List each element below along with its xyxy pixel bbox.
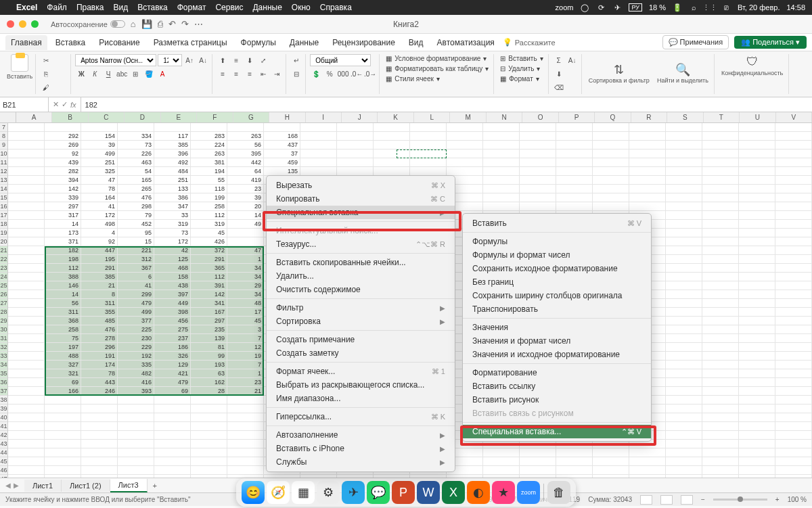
- cell-A31[interactable]: [8, 334, 45, 343]
- cell-N46[interactable]: [483, 466, 520, 475]
- cell-C32[interactable]: 296: [81, 343, 118, 352]
- cell-O45[interactable]: [520, 457, 556, 466]
- battery-icon[interactable]: 🔋: [673, 3, 682, 12]
- cell-E19[interactable]: 73: [154, 229, 191, 237]
- cell-P14[interactable]: [556, 185, 593, 193]
- cell-A16[interactable]: [8, 202, 45, 211]
- cell-F23[interactable]: 365: [191, 264, 227, 273]
- italic-button[interactable]: К: [89, 68, 101, 80]
- merge-cells-icon[interactable]: ⊟: [290, 68, 302, 80]
- bold-button[interactable]: Ж: [75, 68, 87, 80]
- cell-D42[interactable]: [118, 431, 154, 440]
- cell-H47[interactable]: [264, 475, 300, 478]
- cell-F38[interactable]: [191, 396, 227, 405]
- cell-U31[interactable]: [739, 334, 775, 343]
- cell-C28[interactable]: 355: [81, 308, 118, 317]
- cell-U8[interactable]: [739, 132, 775, 141]
- cell-F16[interactable]: 258: [191, 202, 227, 211]
- col-header-S[interactable]: S: [667, 112, 703, 122]
- cell-N9[interactable]: [483, 141, 520, 149]
- cell-O12[interactable]: [520, 167, 556, 176]
- cell-U34[interactable]: [739, 361, 775, 369]
- cell-T9[interactable]: [702, 141, 739, 149]
- cell-Q10[interactable]: [593, 149, 629, 158]
- row-header-13[interactable]: 13: [0, 176, 7, 185]
- cell-M8[interactable]: [447, 132, 483, 141]
- tell-me-search[interactable]: 💡 Расскажите: [503, 38, 556, 47]
- row-header-44[interactable]: 44: [0, 448, 7, 457]
- cell-F31[interactable]: 139: [191, 334, 227, 343]
- row-header-35[interactable]: 35: [0, 369, 7, 378]
- cell-U17[interactable]: [739, 211, 775, 220]
- row-header-29[interactable]: 29: [0, 317, 7, 325]
- cell-A32[interactable]: [8, 343, 45, 352]
- cell-T15[interactable]: [702, 193, 739, 202]
- cell-A25[interactable]: [8, 281, 45, 290]
- cell-G25[interactable]: 29: [227, 281, 264, 290]
- cell-S26[interactable]: [666, 290, 702, 299]
- cell-C47[interactable]: [81, 475, 118, 478]
- cell-F8[interactable]: 283: [191, 132, 227, 141]
- cell-V33[interactable]: [775, 352, 812, 361]
- cell-B12[interactable]: 282: [45, 167, 81, 176]
- cell-T23[interactable]: [702, 264, 739, 273]
- cell-F41[interactable]: [191, 422, 227, 431]
- menu-item[interactable]: Транспонировать: [463, 302, 651, 316]
- cell-R47[interactable]: [629, 475, 666, 478]
- cell-S35[interactable]: [666, 369, 702, 378]
- cell-V26[interactable]: [775, 290, 812, 299]
- cell-D28[interactable]: 499: [118, 308, 154, 317]
- cell-U30[interactable]: [739, 325, 775, 334]
- zoom-app-icon[interactable]: zoom: [556, 3, 574, 11]
- cell-D47[interactable]: [118, 475, 154, 478]
- cell-R7[interactable]: [629, 123, 666, 132]
- cell-S40[interactable]: [666, 413, 702, 422]
- menu-item[interactable]: Автозаполнение▶: [267, 428, 455, 442]
- cell-D29[interactable]: 377: [118, 317, 154, 325]
- cell-E26[interactable]: 397: [154, 290, 191, 299]
- cell-V10[interactable]: [775, 149, 812, 158]
- menu-window[interactable]: Окно: [292, 3, 311, 12]
- cell-V14[interactable]: [775, 185, 812, 193]
- cell-O46[interactable]: [520, 466, 556, 475]
- cell-C29[interactable]: 485: [81, 317, 118, 325]
- cell-V24[interactable]: [775, 273, 812, 281]
- cell-C27[interactable]: 311: [81, 299, 118, 308]
- percent-icon[interactable]: %: [323, 68, 336, 80]
- cell-U45[interactable]: [739, 457, 775, 466]
- cell-C40[interactable]: [81, 413, 118, 422]
- cell-T41[interactable]: [702, 422, 739, 431]
- zoom-slider[interactable]: [713, 499, 767, 501]
- cell-D23[interactable]: 367: [118, 264, 154, 273]
- cell-S27[interactable]: [666, 299, 702, 308]
- cell-Q13[interactable]: [593, 176, 629, 185]
- cell-T24[interactable]: [702, 273, 739, 281]
- font-size-select[interactable]: 12: [158, 54, 182, 66]
- cancel-formula-icon[interactable]: ✕: [53, 100, 59, 109]
- cell-F22[interactable]: 291: [191, 255, 227, 264]
- cell-N16[interactable]: [483, 202, 520, 211]
- cell-A30[interactable]: [8, 325, 45, 334]
- cell-G27[interactable]: 48: [227, 299, 264, 308]
- cell-Q14[interactable]: [593, 185, 629, 193]
- cell-U43[interactable]: [739, 440, 775, 448]
- cell-U16[interactable]: [739, 202, 775, 211]
- cell-C8[interactable]: 154: [81, 132, 118, 141]
- cell-G39[interactable]: [227, 405, 264, 413]
- cell-E22[interactable]: 125: [154, 255, 191, 264]
- col-header-T[interactable]: T: [704, 112, 740, 122]
- cell-G29[interactable]: 45: [227, 317, 264, 325]
- align-center-icon[interactable]: ≡: [230, 68, 242, 80]
- cell-N47[interactable]: [483, 475, 520, 478]
- cell-U26[interactable]: [739, 290, 775, 299]
- cell-G21[interactable]: 47: [227, 246, 264, 255]
- row-header-21[interactable]: 21: [0, 246, 7, 255]
- cell-V27[interactable]: [775, 299, 812, 308]
- cell-P12[interactable]: [556, 167, 593, 176]
- cell-R13[interactable]: [629, 176, 666, 185]
- cell-U37[interactable]: [739, 387, 775, 396]
- cell-G30[interactable]: 3: [227, 325, 264, 334]
- cell-F35[interactable]: 63: [191, 369, 227, 378]
- cell-A44[interactable]: [8, 448, 45, 457]
- row-header-20[interactable]: 20: [0, 237, 7, 246]
